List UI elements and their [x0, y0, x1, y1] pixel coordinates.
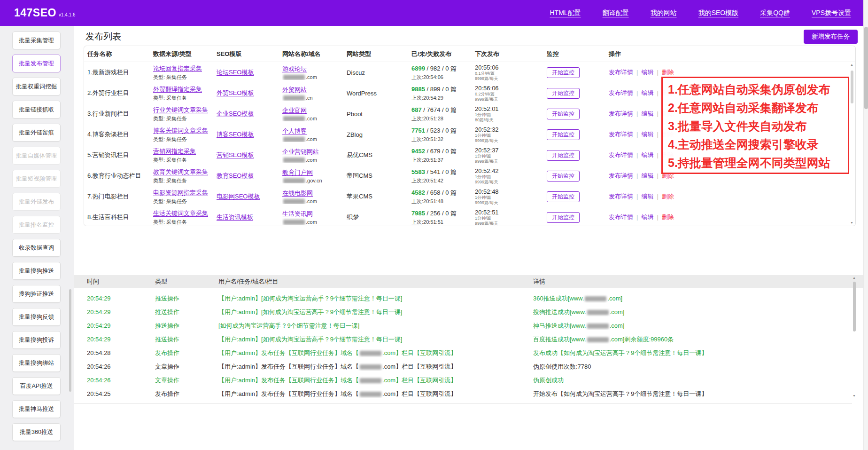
site-domain-link[interactable]: .com	[282, 136, 344, 142]
sidebar-scrollbar[interactable]	[69, 289, 71, 392]
seo-template-cell: 营销SEO模板	[217, 151, 282, 159]
edit-link[interactable]: 编辑	[641, 131, 653, 138]
edit-link[interactable]: 编辑	[641, 172, 653, 179]
site-name-link[interactable]: 个人博客	[282, 127, 344, 135]
start-monitor-button[interactable]: 开始监控	[547, 88, 580, 99]
edit-link[interactable]: 编辑	[641, 151, 653, 158]
site-domain-link[interactable]: .com	[282, 74, 344, 80]
log-row: 20:54:29推送操作[如何成为淘宝运营高手？9个细节需注意！每日一课]神马推…	[74, 319, 852, 332]
last-publish-time: 上次:20:51:28	[411, 115, 472, 122]
topnav-item-3[interactable]: 我的网站	[651, 9, 677, 17]
publish-detail-link[interactable]: 发布详情	[609, 89, 633, 96]
publish-detail-link[interactable]: 发布详情	[609, 193, 633, 200]
sidebar-item[interactable]: 收录数据查询	[12, 239, 61, 257]
delete-link[interactable]: 删除	[662, 193, 674, 200]
site-domain-link[interactable]: .com	[282, 116, 344, 122]
start-monitor-button[interactable]: 开始监控	[547, 129, 580, 140]
site-domain-link[interactable]: .com	[282, 219, 344, 225]
log-scrollbar[interactable]: ▲ ▼	[852, 276, 857, 397]
new-publish-task-button[interactable]: 新增发布任务	[804, 30, 858, 44]
sidebar-item[interactable]: 批量搜狗投诉	[12, 331, 61, 349]
sidebar-item[interactable]: 批量360推送	[12, 423, 61, 441]
source-link[interactable]: 营销网指定采集	[153, 147, 214, 156]
scroll-up-icon[interactable]: ▲	[850, 63, 853, 66]
topnav-item-2[interactable]: 翻译配置	[603, 9, 629, 17]
edit-link[interactable]: 编辑	[641, 69, 653, 76]
start-monitor-button[interactable]: 开始监控	[547, 212, 580, 223]
start-monitor-button[interactable]: 开始监控	[547, 109, 580, 119]
sidebar-item[interactable]: 批量采集管理	[12, 32, 61, 49]
start-monitor-button[interactable]: 开始监控	[547, 67, 580, 78]
site-name-link[interactable]: 游戏论坛	[282, 65, 344, 73]
task-table-scrollbar[interactable]: ▲ ▼	[849, 63, 854, 224]
start-monitor-button[interactable]: 开始监控	[547, 150, 580, 161]
source-link[interactable]: 行业关键词文章采集	[153, 106, 214, 114]
sidebar-item[interactable]: 批量搜狗反馈	[12, 308, 61, 326]
log-scroll-thumb[interactable]	[853, 282, 856, 332]
delete-link[interactable]: 删除	[662, 213, 674, 221]
template-link[interactable]: 教育SEO模板	[217, 172, 254, 179]
publish-detail-link[interactable]: 发布详情	[609, 172, 633, 179]
sidebar-item[interactable]: 批量发布管理	[12, 55, 61, 72]
sidebar-item[interactable]: 批量权重词挖掘	[12, 78, 61, 95]
start-monitor-button[interactable]: 开始监控	[547, 171, 580, 182]
scroll-up-icon[interactable]: ▲	[852, 276, 856, 279]
scroll-down-icon[interactable]: ▼	[852, 394, 856, 397]
sidebar-item[interactable]: 批量链接抓取	[12, 101, 61, 118]
template-link[interactable]: 外贸SEO模板	[217, 89, 254, 96]
sidebar-item[interactable]: 批量搜狗推送	[12, 262, 61, 280]
site-domain-link[interactable]: .com	[282, 198, 344, 205]
source-link[interactable]: 电影资源网指定采集	[153, 189, 214, 197]
delete-link[interactable]: 删除	[662, 69, 674, 76]
edit-link[interactable]: 编辑	[641, 110, 653, 117]
site-name-link[interactable]: 生活资讯网	[282, 210, 344, 218]
publish-detail-link[interactable]: 发布详情	[609, 110, 633, 117]
site-domain-link[interactable]: .gov.cn	[282, 178, 344, 184]
sidebar-item[interactable]: 批量外链留痕	[12, 124, 61, 142]
site-domain-link[interactable]: .com	[282, 157, 344, 163]
template-link[interactable]: 论坛SEO模板	[217, 69, 254, 76]
source-link[interactable]: 外贸翻译指定采集	[153, 85, 214, 94]
next-publish-time: 20:55:06	[475, 64, 544, 71]
template-link[interactable]: 博客SEO模板	[217, 131, 254, 138]
next-publish-time: 20:52:32	[475, 126, 544, 133]
published-count: 7985	[411, 210, 425, 217]
template-link[interactable]: 生活资讯模板	[217, 213, 253, 221]
actions-cell: 发布详情|编辑|删除	[609, 192, 855, 201]
scroll-down-icon[interactable]: ▼	[850, 221, 853, 224]
publish-detail-link[interactable]: 发布详情	[609, 151, 633, 158]
topnav-item-4[interactable]: 我的SEO模版	[698, 9, 739, 17]
sidebar-item[interactable]: 百度API推送	[12, 377, 61, 395]
source-link[interactable]: 论坛回复指定采集	[153, 64, 214, 73]
source-link[interactable]: 生活关键词文章采集	[153, 209, 214, 218]
start-monitor-button[interactable]: 开始监控	[547, 191, 580, 202]
publish-detail-link[interactable]: 发布详情	[609, 131, 633, 138]
column-header: 下次发布	[475, 50, 547, 58]
publish-detail-link[interactable]: 发布详情	[609, 69, 633, 76]
site-name-link[interactable]: 企业官网	[282, 106, 344, 115]
template-link[interactable]: 营销SEO模板	[217, 151, 254, 158]
topnav-item-5[interactable]: 采集QQ群	[760, 9, 790, 17]
page-scroll-thumb[interactable]	[864, 27, 868, 109]
template-link[interactable]: 企业SEO模板	[217, 110, 254, 117]
task-table-scroll-thumb[interactable]	[851, 71, 853, 103]
publish-detail-link[interactable]: 发布详情	[609, 213, 633, 221]
sidebar-item[interactable]: 批量搜狗绑站	[12, 354, 61, 372]
topnav-item-6[interactable]: VPS拨号设置	[812, 9, 851, 17]
site-domain-link[interactable]: .cn	[282, 95, 344, 101]
edit-link[interactable]: 编辑	[641, 193, 653, 200]
source-link[interactable]: 教育关键词文章采集	[153, 168, 214, 176]
brand-logo[interactable]: 147SEO v1.4.1.6	[14, 7, 76, 19]
site-name-link[interactable]: 外贸网站	[282, 86, 344, 94]
sidebar-item[interactable]: 搜狗验证推送	[12, 285, 61, 303]
site-name-link[interactable]: 教育门户网	[282, 168, 344, 177]
site-name-link[interactable]: 在线电影网	[282, 189, 344, 197]
template-link[interactable]: 电影网SEO模板	[217, 193, 260, 200]
edit-link[interactable]: 编辑	[641, 89, 653, 96]
pending-failed-count: / 658 / 0 篇	[425, 189, 457, 196]
sidebar-item[interactable]: 批量神马推送	[12, 400, 61, 418]
edit-link[interactable]: 编辑	[641, 213, 653, 221]
source-link[interactable]: 博客关键词文章采集	[153, 126, 214, 135]
site-name-link[interactable]: 企业营销网站	[282, 148, 344, 156]
topnav-item-1[interactable]: HTML配置	[550, 9, 581, 17]
